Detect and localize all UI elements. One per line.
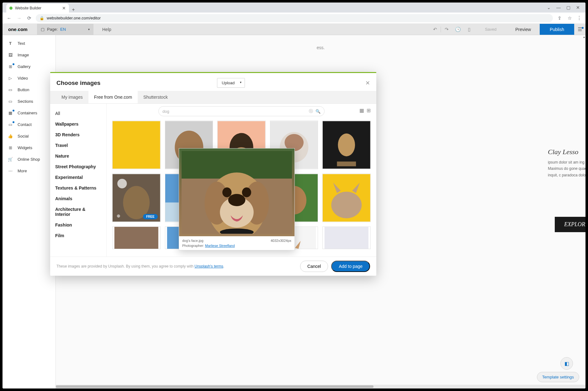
minimize-icon[interactable]: — [556,5,561,10]
explore-button[interactable]: EXPLORE [555,217,585,232]
redo-icon[interactable]: ↷ [441,27,452,32]
sidebar-item-widgets[interactable]: ⊞Widgets [3,142,56,154]
modal-title: Choose images [56,80,100,86]
view-small-icon[interactable]: ⊞ [367,107,371,113]
sidebar-item-containers[interactable]: ▦Containers [3,107,56,119]
svg-point-13 [117,179,127,188]
template-icon-button[interactable]: ◧ [560,357,573,370]
search-icon[interactable]: 🔍 [315,109,320,114]
footer-text-content: These images are provided by Unsplash. B… [56,264,194,268]
preview-dimensions: 4032x3024px [271,239,291,242]
footer-disclaimer: These images are provided by Unsplash. B… [56,264,224,268]
svg-point-11 [338,133,355,156]
template-settings-button[interactable]: Template settings [537,372,579,382]
zoom-icon[interactable]: ⊕ [115,212,122,219]
sidebar-item-more[interactable]: ⋯More [3,165,56,177]
browser-tabstrip: Website Builder ✕ + ⌄ — ▢ ✕ [3,3,585,13]
back-icon[interactable]: ← [6,15,13,21]
search-input[interactable]: dog ⓧ 🔍 [158,106,325,116]
svg-point-46 [228,194,246,206]
category-travel[interactable]: Travel [50,140,106,151]
url-input[interactable]: 🔒 websitebuilder.one.com/editor [36,14,553,22]
star-icon[interactable]: ☆ [566,15,573,21]
undo-icon[interactable]: ↶ [429,27,441,32]
tab-free-images[interactable]: Free from One.com [88,91,138,103]
logo[interactable]: one.com [3,27,37,32]
chevron-down-icon[interactable]: ⌄ [547,5,551,10]
clay-content-block: Clay Lesso ipsum dolor sit am ing elit. … [548,148,585,178]
badge-dot [13,121,14,123]
image-thumb[interactable] [322,227,371,249]
sidebar-item-text[interactable]: TText [3,38,56,49]
gallery-icon: ⊞ [8,64,13,69]
category-experimental[interactable]: Experimental [50,172,106,183]
history-icon[interactable]: 🕓 [452,27,464,32]
settings-icon[interactable]: ☰ [574,26,585,32]
window-controls: ⌄ — ▢ ✕ [547,3,585,13]
maximize-icon[interactable]: ▢ [566,5,570,10]
page-dropdown[interactable]: ▢ Page: EN ▾ [37,24,93,35]
sidebar-item-label: Gallery [18,64,30,69]
image-thumb[interactable] [112,227,161,249]
category-sidebar: All Wallpapers 3D Renders Travel Nature … [50,104,107,257]
sidebar-item-contact[interactable]: ▭Contact [3,119,56,130]
clear-search-icon[interactable]: ⓧ [309,108,313,114]
share-icon[interactable]: ⇪ [556,15,563,21]
category-architecture[interactable]: Architecture & Interior [50,204,106,220]
sidebar-item-image[interactable]: 🖼Image [3,49,56,61]
tab-title: Website Builder [15,6,41,10]
lock-icon: 🔒 [40,16,44,20]
forward-icon[interactable]: → [16,15,23,21]
sidebar-item-shop[interactable]: 🛒Online Shop [3,154,56,165]
image-icon: 🖼 [8,53,13,57]
badge-dot [13,110,14,112]
preview-button[interactable]: Preview [506,27,540,32]
image-thumb[interactable] [322,121,371,169]
image-thumb[interactable] [112,121,161,169]
tab-shutterstock[interactable]: Shutterstock [138,91,173,103]
vertical-scrollbar[interactable]: ▴ [582,35,585,388]
view-large-icon[interactable]: ▦ [359,107,364,113]
horizontal-scrollbar[interactable] [56,385,585,388]
logo-text: one [8,27,17,32]
category-fashion[interactable]: Fashion [50,220,106,230]
sidebar-item-label: More [18,169,27,173]
help-button[interactable]: Help [93,27,120,32]
svg-point-48 [242,187,251,197]
new-tab-button[interactable]: + [69,7,78,13]
svg-rect-28 [114,227,158,249]
image-thumb[interactable]: ⊕FREE [112,174,161,222]
photographer-link[interactable]: Marliese Streefland [205,244,235,248]
video-icon: ▷ [8,76,13,81]
close-window-icon[interactable]: ✕ [576,5,580,10]
upload-dropdown[interactable]: Upload [217,78,245,88]
cart-icon: 🛒 [8,157,13,162]
modal-close-icon[interactable]: ✕ [365,80,370,86]
sidebar-item-sections[interactable]: ▭Sections [3,96,56,107]
browser-menu-icon[interactable]: ⋮ [576,15,582,21]
sidebar-item-social[interactable]: 👍Social [3,130,56,142]
category-wallpapers[interactable]: Wallpapers [50,119,106,129]
tab-close-icon[interactable]: ✕ [62,6,66,11]
unsplash-terms-link[interactable]: Unsplash's terms [194,264,223,268]
category-all[interactable]: All [50,108,106,119]
mobile-preview-icon[interactable]: ▯ [464,27,475,32]
category-street[interactable]: Street Photography [50,161,106,172]
category-3d[interactable]: 3D Renders [50,129,106,140]
sidebar-item-label: Sections [18,99,33,104]
publish-button[interactable]: Publish [540,24,574,35]
category-nature[interactable]: Nature [50,151,106,161]
reload-icon[interactable]: ⟳ [26,15,33,21]
browser-toolbar: ← → ⟳ 🔒 websitebuilder.one.com/editor ⇪ … [3,13,585,24]
add-to-page-button[interactable]: Add to page [331,261,370,272]
category-animals[interactable]: Animals [50,193,106,204]
tab-my-images[interactable]: My images [56,91,88,103]
image-thumb[interactable] [322,174,371,222]
browser-tab[interactable]: Website Builder ✕ [6,4,69,13]
category-film[interactable]: Film [50,230,106,241]
sidebar-item-gallery[interactable]: ⊞Gallery [3,61,56,72]
sidebar-item-button[interactable]: ▭Button [3,84,56,96]
cancel-button[interactable]: Cancel [300,261,328,272]
sidebar-item-video[interactable]: ▷Video [3,72,56,84]
category-textures[interactable]: Textures & Patterns [50,183,106,193]
